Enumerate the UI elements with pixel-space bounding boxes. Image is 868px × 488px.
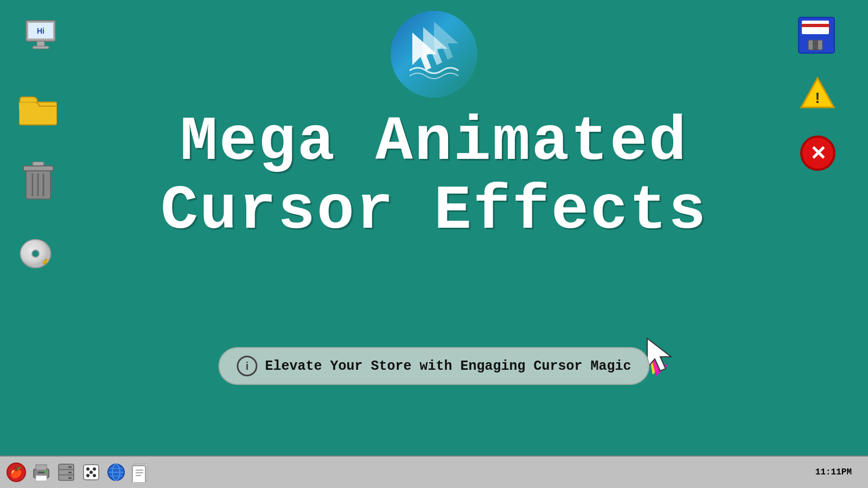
cd-icon bbox=[16, 233, 54, 271]
svg-point-44 bbox=[93, 467, 96, 471]
info-icon: i bbox=[237, 356, 257, 376]
desktop-icon-floppy[interactable] bbox=[797, 16, 835, 54]
svg-rect-21 bbox=[802, 24, 829, 27]
svg-rect-55 bbox=[132, 466, 145, 482]
subtitle-pill[interactable]: i Elevate Your Store with Engaging Curso… bbox=[218, 347, 649, 385]
svg-text:Hi: Hi bbox=[37, 27, 44, 35]
app-logo bbox=[391, 11, 477, 98]
svg-point-47 bbox=[90, 471, 93, 474]
folder-icon bbox=[19, 92, 57, 130]
svg-rect-7 bbox=[33, 46, 49, 49]
svg-rect-39 bbox=[68, 466, 72, 468]
desktop-icon-trash[interactable] bbox=[19, 163, 57, 201]
svg-rect-23 bbox=[813, 40, 818, 50]
svg-text:!: ! bbox=[815, 89, 820, 106]
svg-point-45 bbox=[86, 474, 90, 477]
error-x-symbol: ✕ bbox=[810, 144, 826, 163]
svg-rect-40 bbox=[68, 472, 72, 473]
svg-point-35 bbox=[44, 471, 47, 473]
taskbar-printer[interactable] bbox=[30, 461, 52, 483]
taskbar-time: 11:11PM bbox=[815, 467, 863, 477]
svg-rect-32 bbox=[36, 465, 47, 470]
main-title: Mega Animated Cursor Effects bbox=[136, 108, 732, 246]
taskbar: 🍎 bbox=[0, 455, 868, 488]
taskbar-hard-drive[interactable] bbox=[55, 461, 77, 483]
taskbar-games[interactable] bbox=[80, 461, 102, 483]
main-title-container: Mega Animated Cursor Effects bbox=[136, 108, 732, 246]
desktop-icon-error[interactable]: ✕ bbox=[800, 136, 835, 171]
subtitle-text: Elevate Your Store with Engaging Cursor … bbox=[265, 358, 631, 374]
computer-icon: Hi bbox=[22, 16, 60, 54]
trash-icon bbox=[19, 163, 57, 201]
desktop-icon-warning[interactable]: ! bbox=[800, 76, 835, 111]
svg-point-46 bbox=[93, 474, 96, 477]
main-background: Mega Animated Cursor Effects Hi bbox=[0, 0, 868, 455]
svg-rect-20 bbox=[802, 21, 829, 34]
svg-point-18 bbox=[32, 250, 39, 257]
svg-point-43 bbox=[86, 467, 90, 471]
taskbar-icons: 🍎 bbox=[5, 461, 815, 483]
svg-marker-28 bbox=[647, 338, 671, 371]
svg-rect-41 bbox=[68, 477, 72, 479]
desktop-icon-computer[interactable]: Hi bbox=[22, 16, 60, 54]
svg-rect-10 bbox=[33, 162, 44, 166]
svg-text:🍎: 🍎 bbox=[10, 466, 23, 479]
taskbar-documents[interactable] bbox=[130, 461, 152, 483]
taskbar-internet[interactable] bbox=[105, 461, 127, 483]
svg-rect-33 bbox=[36, 476, 47, 481]
desktop-icon-cd[interactable] bbox=[16, 233, 54, 271]
svg-rect-34 bbox=[38, 472, 44, 473]
desktop-icon-folder[interactable] bbox=[19, 92, 57, 130]
svg-rect-11 bbox=[23, 166, 53, 171]
taskbar-apple-button[interactable]: 🍎 bbox=[5, 461, 27, 483]
